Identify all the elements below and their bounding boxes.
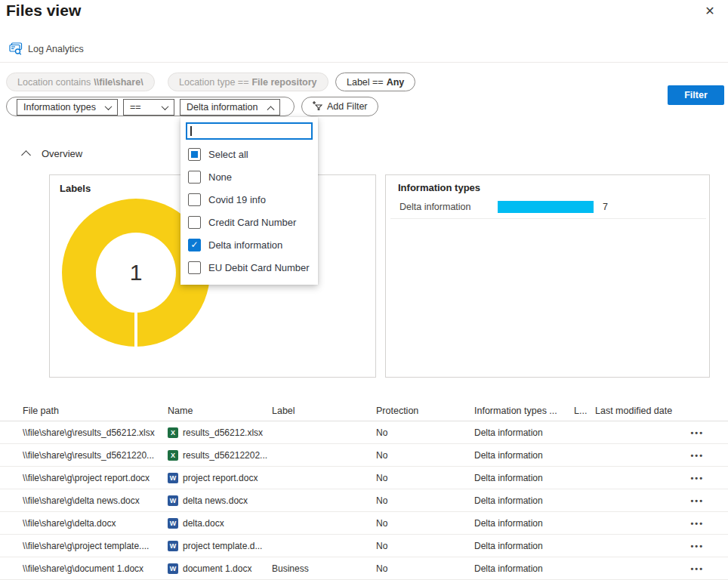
column-header[interactable]: Information types ... <box>474 406 574 416</box>
operator-select-value: == <box>130 102 141 113</box>
checkbox-icon[interactable] <box>188 216 201 229</box>
label-cell: Business <box>272 563 376 574</box>
file-name-text: delta news.docx <box>183 495 248 506</box>
column-header[interactable]: Last modified date <box>595 406 683 416</box>
column-header[interactable]: File path <box>23 406 168 416</box>
row-menu-button[interactable]: ••• <box>683 541 728 551</box>
dropdown-option[interactable]: EU Debit Card Number <box>180 256 318 279</box>
files-table: \\file\share\g\results_d56212.xlsx resul… <box>0 421 728 580</box>
dropdown-option-label: Select all <box>208 149 248 160</box>
dropdown-option-label: None <box>208 171 232 183</box>
file-path-cell: \\file\share\g\delta news.docx <box>23 495 168 506</box>
field-select[interactable]: Information types <box>17 99 118 116</box>
info-types-cell: Delta information <box>474 450 574 461</box>
filter-pill[interactable]: Label == Any <box>335 72 415 91</box>
info-types-cell: Delta information <box>474 541 574 551</box>
filter-button[interactable]: Filter <box>668 85 724 105</box>
close-icon[interactable]: ✕ <box>701 2 719 20</box>
column-header[interactable]: Protection <box>376 406 474 416</box>
protection-cell: No <box>376 563 474 574</box>
add-filter-button[interactable]: Add Filter <box>301 97 378 116</box>
table-row[interactable]: \\file\share\g\project report.docx proje… <box>0 467 728 489</box>
row-menu-button[interactable]: ••• <box>683 564 728 573</box>
checkbox-icon[interactable] <box>188 171 201 184</box>
checkbox-icon[interactable] <box>188 261 201 274</box>
table-row[interactable]: \\file\share\g\delta news.docx delta new… <box>0 489 728 512</box>
file-name-text: results_d56212.xlsx <box>183 427 263 438</box>
dropdown-items: Select all None Covid 19 info Credit Car… <box>180 143 318 279</box>
table-row[interactable]: \\file\share\g\document 1.docx document … <box>0 557 728 580</box>
filter-pill[interactable]: Location type == File repository <box>168 72 329 91</box>
protection-cell: No <box>376 518 474 529</box>
file-name-text: project template.d... <box>183 541 262 551</box>
file-name-text: project report.docx <box>183 473 258 483</box>
file-name-cell: document 1.docx <box>168 563 272 574</box>
info-types-cell: Delta information <box>474 518 574 529</box>
file-name-cell: delta.docx <box>168 518 272 529</box>
info-types-bar-row[interactable]: Delta information 7 <box>386 200 711 214</box>
files-view-panel: Files view ✕ Log Analytics Location cont… <box>0 0 728 580</box>
file-name-cell: project report.docx <box>168 473 272 483</box>
checkbox-icon[interactable] <box>188 193 201 206</box>
value-dropdown-flyout: Select all None Covid 19 info Credit Car… <box>180 117 318 285</box>
dropdown-option[interactable]: Credit Card Number <box>180 211 318 233</box>
file-path-cell: \\file\share\g\document 1.docx <box>23 563 168 574</box>
file-type-icon <box>168 473 178 483</box>
filter-pill-value: Any <box>387 77 405 88</box>
operator-select[interactable]: == <box>123 99 174 116</box>
dropdown-search-input[interactable] <box>186 122 313 140</box>
file-path-cell: \\file\share\g\results_d5621220... <box>23 450 168 461</box>
dropdown-option[interactable]: Delta information <box>180 233 318 256</box>
file-type-icon <box>168 427 178 438</box>
text-cursor <box>190 126 192 136</box>
log-analytics-button[interactable]: Log Analytics <box>9 42 84 55</box>
checkbox-icon[interactable] <box>188 148 201 161</box>
overview-section-toggle[interactable]: Overview <box>23 148 82 159</box>
table-row[interactable]: \\file\share\g\results_d56212.xlsx resul… <box>0 421 728 444</box>
column-header[interactable]: Name <box>168 406 272 416</box>
column-header[interactable]: Label <box>272 406 376 416</box>
dropdown-option[interactable]: Select all <box>180 143 318 165</box>
table-row[interactable]: \\file\share\g\delta.docx delta.docx No … <box>0 512 728 535</box>
file-name-text: results_d56212202... <box>183 450 267 461</box>
table-row[interactable]: \\file\share\g\project template.... proj… <box>0 535 728 557</box>
bar-value: 7 <box>603 202 608 212</box>
checkbox-icon[interactable] <box>188 239 201 251</box>
table-row[interactable]: \\file\share\g\results_d5621220... resul… <box>0 444 728 467</box>
dropdown-option-label: Delta information <box>208 239 282 251</box>
row-menu-button[interactable]: ••• <box>683 496 728 505</box>
column-header[interactable]: L... <box>574 406 595 416</box>
file-name-cell: results_d56212.xlsx <box>168 427 272 438</box>
file-name-cell: delta news.docx <box>168 495 272 506</box>
file-path-cell: \\file\share\g\project report.docx <box>23 473 168 483</box>
file-type-icon <box>168 541 178 551</box>
protection-cell: No <box>376 541 474 551</box>
value-select[interactable]: Delta information <box>180 99 280 116</box>
file-name-cell: project template.d... <box>168 541 272 551</box>
bar-label: Delta information <box>399 202 498 212</box>
dropdown-option[interactable]: Covid 19 info <box>180 188 318 211</box>
row-menu-button[interactable]: ••• <box>683 451 728 460</box>
divider <box>390 218 706 219</box>
row-menu-button[interactable]: ••• <box>683 519 728 528</box>
filter-pill-value: \\file\share\ <box>94 77 143 88</box>
row-menu-button[interactable]: ••• <box>683 474 728 483</box>
protection-cell: No <box>376 450 474 461</box>
file-name-text: delta.docx <box>183 518 224 529</box>
row-menu-button[interactable]: ••• <box>683 428 728 437</box>
value-select-value: Delta information <box>187 102 258 113</box>
labels-card-title: Labels <box>60 183 91 194</box>
dropdown-option-label: Covid 19 info <box>208 194 266 205</box>
bar-segment <box>498 201 594 213</box>
dropdown-option-label: EU Debit Card Number <box>208 262 310 273</box>
file-name-text: document 1.docx <box>183 563 251 574</box>
file-name-cell: results_d56212202... <box>168 450 272 461</box>
collapse-chevron-icon <box>21 150 31 160</box>
log-analytics-label: Log Analytics <box>28 44 84 54</box>
file-type-icon <box>168 563 178 574</box>
filter-pill-prefix: Location contains <box>17 77 91 88</box>
filter-pill-prefix: Label == <box>347 77 384 88</box>
dropdown-option[interactable]: None <box>180 165 318 188</box>
filter-pill[interactable]: Location contains \\file\share\ <box>6 72 155 91</box>
log-analytics-icon <box>9 42 23 55</box>
